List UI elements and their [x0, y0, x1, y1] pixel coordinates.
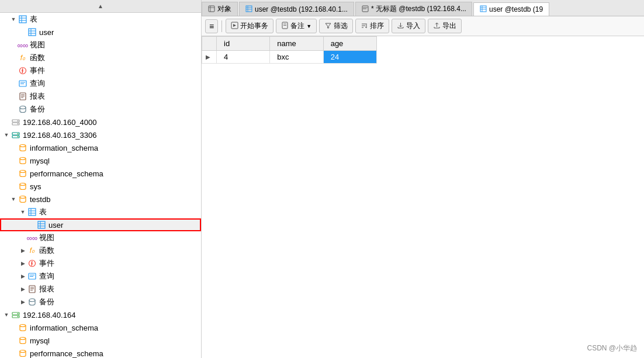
svg-rect-57: [246, 6, 252, 12]
sidebar-db-testdb[interactable]: ▼ testdb: [0, 193, 201, 206]
sidebar-item-backup-2[interactable]: ▶ 备份: [0, 296, 201, 308]
sidebar-item-label: 查询: [39, 271, 54, 281]
sidebar-item-event-2[interactable]: ▶ 事件: [0, 257, 201, 270]
tab-bar: 对象 user @testdb (192.168.40.1... * 无标题 @…: [202, 0, 644, 16]
col-label-name: name: [277, 39, 296, 48]
sidebar-item-user-2[interactable]: ▶ user: [0, 218, 201, 231]
sidebar-server-163[interactable]: ▼ 192.168.40.163_3306: [0, 128, 201, 141]
col-header-age[interactable]: age: [323, 37, 376, 51]
col-header-id[interactable]: id: [217, 37, 270, 51]
svg-point-29: [20, 196, 26, 199]
menu-button[interactable]: ≡: [205, 19, 218, 33]
sidebar-item-label: information_schema: [30, 324, 98, 332]
func-icon-2: f₀: [27, 246, 37, 255]
export-icon: [433, 22, 441, 31]
sort-button[interactable]: 排序: [355, 19, 389, 33]
svg-point-26: [20, 158, 26, 160]
sidebar-db-info2[interactable]: ▶ information_schema: [0, 321, 201, 334]
note-button[interactable]: 备注 ▼: [276, 19, 317, 33]
tab-user1[interactable]: user @testdb (192.168.40.1...: [239, 2, 354, 16]
import-button[interactable]: 导入: [392, 19, 425, 33]
note-label: 备注: [290, 21, 304, 31]
view-icon-1: ∞∞: [18, 40, 28, 50]
sidebar-scroll-up[interactable]: ▲: [0, 0, 201, 13]
db-icon: [18, 156, 28, 165]
sidebar-db-sys[interactable]: ▶ sys: [0, 180, 201, 193]
svg-point-51: [20, 325, 26, 327]
col-header-name[interactable]: name: [270, 37, 323, 51]
sidebar-server-164[interactable]: ▼ 192.168.40.164: [0, 308, 201, 321]
server-icon-164: [11, 310, 21, 319]
sidebar-item-label: 192.168.40.164: [23, 311, 75, 319]
sidebar-item-label: 视图: [30, 40, 45, 50]
sidebar-item-label: 192.168.40.160_4000: [23, 118, 97, 127]
cell-name[interactable]: bxc: [270, 51, 323, 64]
row-indicator: ▶: [202, 51, 217, 64]
start-transaction-button[interactable]: 开始事务: [226, 19, 273, 33]
table-row: ▶ 4 bxc 24: [202, 51, 377, 64]
svg-rect-0: [19, 16, 26, 23]
sidebar-item-report-1[interactable]: ▶ 报表: [0, 90, 201, 103]
table-tab-icon: [245, 5, 252, 13]
tab-user2[interactable]: user @testdb (19: [473, 2, 549, 16]
sidebar-item-table-group-2[interactable]: ▼ 表: [0, 206, 201, 218]
svg-rect-4: [29, 29, 36, 36]
tab-label: user @testdb (192.168.40.1...: [255, 5, 348, 13]
sidebar-item-label: information_schema: [30, 144, 98, 152]
sidebar-item-query-2[interactable]: ▶ 查询: [0, 270, 201, 283]
data-table: id name age ▶ 4 bxc 24: [202, 36, 377, 64]
sidebar-item-table-group-1[interactable]: ▼ 表: [0, 13, 201, 26]
sidebar-item-label: user: [39, 28, 54, 37]
sidebar-item-query-1[interactable]: ▶ 查询: [0, 77, 201, 90]
tab-object[interactable]: 对象: [202, 2, 238, 16]
toggle-icon: ▼: [19, 209, 27, 215]
sidebar-item-view-1[interactable]: ▶ ∞∞ 视图: [0, 39, 201, 51]
query-tab-icon: [362, 5, 369, 13]
sidebar-item-label: user: [49, 221, 63, 230]
table-group-icon: [18, 15, 28, 24]
table-area: id name age ▶ 4 bxc 24: [202, 36, 644, 358]
svg-rect-30: [29, 208, 36, 216]
object-tab-icon: [208, 5, 215, 13]
cell-id[interactable]: 4: [217, 51, 270, 64]
sidebar-item-backup-1[interactable]: ▶ 备份: [0, 103, 201, 116]
toggle-icon: ▶: [19, 260, 27, 266]
export-button[interactable]: 导出: [428, 19, 462, 33]
sidebar-db-perf2[interactable]: ▶ performance_schema: [0, 347, 201, 358]
backup-icon-1: [18, 105, 28, 114]
sidebar-item-label: 备份: [30, 104, 45, 114]
sidebar-item-report-2[interactable]: ▶ 报表: [0, 283, 201, 296]
col-header-spacer: [202, 37, 217, 51]
sidebar-item-view-2[interactable]: ▶ ∞∞ 视图: [0, 231, 201, 244]
sidebar-db-mysql[interactable]: ▶ mysql: [0, 154, 201, 167]
sidebar-item-label: 报表: [30, 91, 45, 102]
watermark: CSDN @小华趋: [587, 343, 637, 353]
watermark-text: CSDN @小华趋: [587, 344, 637, 352]
main-content: 对象 user @testdb (192.168.40.1... * 无标题 @…: [202, 0, 644, 358]
query-icon-1: [18, 79, 28, 88]
view-icon-2: ∞∞: [27, 233, 37, 242]
sidebar-db-info[interactable]: ▶ information_schema: [0, 141, 201, 154]
query-icon-2: [27, 272, 37, 281]
server-closed-icon: [11, 117, 21, 127]
scroll-up-icon: ▲: [98, 3, 103, 9]
sidebar-item-func-2[interactable]: ▶ f₀ 函数: [0, 244, 201, 257]
filter-button[interactable]: 筛选: [319, 19, 353, 33]
sidebar: ▲ ▼ 表 ▶ user ▶ ∞∞ 视图 ▶ f₀ 函数 ▶ 事件 ▶: [0, 0, 202, 358]
menu-icon: ≡: [209, 22, 214, 31]
svg-point-52: [20, 338, 26, 340]
db-icon: [18, 349, 28, 358]
svg-point-25: [20, 145, 26, 147]
cell-age[interactable]: 24: [323, 51, 376, 64]
sidebar-item-func-1[interactable]: ▶ f₀ 函数: [0, 51, 201, 64]
sidebar-db-mysql2[interactable]: ▶ mysql: [0, 334, 201, 347]
svg-point-24: [18, 136, 19, 137]
tab-untitled[interactable]: * 无标题 @testdb (192.168.4...: [355, 2, 472, 16]
sidebar-item-user-1[interactable]: ▶ user: [0, 26, 201, 39]
sidebar-item-event-1[interactable]: ▶ 事件: [0, 64, 201, 77]
server-open-icon-163: [11, 130, 21, 140]
sidebar-item-label: mysql: [30, 157, 50, 165]
sidebar-db-perf[interactable]: ▶ performance_schema: [0, 167, 201, 180]
sidebar-item-label: 事件: [30, 65, 45, 76]
sidebar-server-160[interactable]: ▶ 192.168.40.160_4000: [0, 116, 201, 128]
